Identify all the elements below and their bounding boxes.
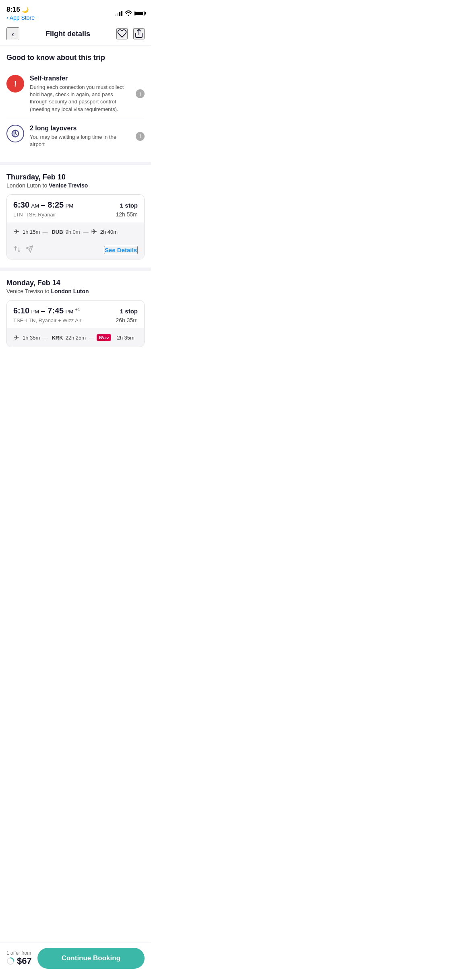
return-to-city: London Luton [51, 288, 89, 294]
return-flight-section: Monday, Feb 14 Venice Treviso to London … [0, 271, 151, 355]
return-depart-time: 6:10 PM – 7:45 PM +1 [13, 306, 80, 315]
content-scroll: Good to know about this trip ! Self-tran… [0, 45, 151, 395]
long-layovers-info-button[interactable]: i [136, 132, 145, 141]
self-transfer-info-button[interactable]: i [136, 89, 145, 98]
good-to-know-title: Good to know about this trip [6, 54, 145, 62]
long-layovers-content: 2 long layovers You may be waiting a lon… [30, 125, 130, 148]
self-transfer-title: Self-transfer [30, 75, 130, 82]
battery-icon [134, 11, 145, 16]
signal-icon [115, 10, 122, 16]
return-leg2: Wizz 2h 35m [97, 334, 134, 341]
return-layover-strip: ✈ 1h 35m — KRK 22h 25m — Wizz 2h 35m [7, 328, 144, 347]
section-divider-1 [0, 162, 151, 165]
outbound-depart-time: 6:30 AM – 8:25 PM [13, 200, 73, 210]
day-offset: +1 [75, 307, 81, 312]
return-layover-duration: 22h 25m [66, 335, 86, 341]
app-store-back[interactable]: ‹ App Store [6, 14, 35, 21]
outbound-layover-duration: 9h 0m [66, 229, 80, 235]
status-time: 8:15 🌙 [6, 6, 35, 14]
heart-icon [117, 29, 127, 39]
time-display: 8:15 [6, 6, 20, 14]
return-flight-card: 6:10 PM – 7:45 PM +1 1 stop TSF–LTN, Rya… [6, 300, 145, 347]
moon-icon: 🌙 [22, 6, 29, 13]
outbound-leg2: ✈ 2h 40m [91, 227, 118, 236]
outbound-card-top: 6:30 AM – 8:25 PM 1 stop LTN–TSF, Ryanai… [7, 195, 144, 222]
self-transfer-icon: ! [6, 75, 24, 93]
share-button[interactable] [133, 28, 145, 39]
return-from-city: Venice Treviso [6, 288, 43, 294]
outbound-airline: LTN–TSF, Ryanair [13, 212, 56, 218]
favorite-button[interactable] [116, 28, 128, 39]
outbound-flight-section: Thursday, Feb 10 London Luton to Venice … [0, 165, 151, 268]
return-stops: 1 stop [120, 308, 138, 315]
see-details-button[interactable]: See Details [104, 246, 138, 254]
clock-svg [11, 129, 20, 138]
self-transfer-desc: During each connection you must collect … [30, 84, 130, 113]
outbound-leg1: ✈ 1h 15m [13, 227, 40, 236]
return-leg2-duration: 2h 35m [117, 335, 134, 341]
outbound-times-row: 6:30 AM – 8:25 PM 1 stop [13, 200, 138, 210]
outbound-meta: LTN–TSF, Ryanair 12h 55m [13, 211, 138, 218]
outbound-from-city: London Luton [6, 182, 41, 189]
return-leg1: ✈ 1h 35m [13, 333, 40, 342]
long-layovers-row: 2 long layovers You may be waiting a lon… [6, 119, 145, 154]
return-airline: TSF–LTN, Ryanair + Wizz Air [13, 317, 81, 323]
long-layovers-icon [6, 125, 24, 142]
return-times-row: 6:10 PM – 7:45 PM +1 1 stop [13, 306, 138, 315]
plane-icon-2: ✈ [91, 227, 97, 236]
return-layover-airport: KRK [52, 335, 63, 341]
page-title: Flight details [46, 30, 90, 38]
return-date: Monday, Feb 14 [6, 279, 145, 287]
wifi-icon [125, 10, 132, 17]
long-layovers-desc: You may be waiting a long time in the ai… [30, 134, 130, 148]
plane-icon-1: ✈ [13, 227, 19, 236]
outbound-leg2-duration: 2h 40m [100, 229, 118, 235]
self-transfer-row: ! Self-transfer During each connection y… [6, 69, 145, 119]
plane-icon-3: ✈ [13, 333, 19, 342]
self-transfer-content: Self-transfer During each connection you… [30, 75, 130, 113]
status-bar: 8:15 🌙 ‹ App Store [0, 0, 151, 23]
outbound-date: Thursday, Feb 10 [6, 173, 145, 181]
return-leg1-duration: 1h 35m [23, 335, 40, 341]
status-right [115, 10, 145, 17]
back-button[interactable]: ‹ [6, 27, 19, 40]
outbound-bottom-icons [13, 245, 33, 255]
outbound-layover-airport: DUB [52, 229, 63, 235]
nav-bar: ‹ Flight details [0, 23, 151, 45]
outbound-leg1-duration: 1h 15m [23, 229, 40, 235]
plane-small-icon [25, 245, 33, 255]
outbound-card-bottom: See Details [7, 241, 144, 259]
good-to-know-section: Good to know about this trip ! Self-tran… [0, 45, 151, 162]
status-left: 8:15 🌙 ‹ App Store [6, 6, 35, 21]
outbound-route: London Luton to Venice Treviso [6, 182, 145, 189]
wizz-air-logo: Wizz [97, 334, 111, 341]
return-card-top: 6:10 PM – 7:45 PM +1 1 stop TSF–LTN, Rya… [7, 301, 144, 328]
return-route: Venice Treviso to London Luton [6, 288, 145, 294]
long-layovers-title: 2 long layovers [30, 125, 130, 132]
outbound-layover-strip: ✈ 1h 15m — DUB 9h 0m — ✈ 2h 40m [7, 222, 144, 241]
back-chevron-small: ‹ [6, 14, 8, 21]
outbound-to-city: Venice Treviso [49, 182, 88, 189]
share-icon [134, 29, 144, 39]
self-transfer-small-icon [13, 245, 21, 255]
return-meta: TSF–LTN, Ryanair + Wizz Air 26h 35m [13, 317, 138, 323]
app-store-label: App Store [10, 14, 35, 21]
return-total-duration: 26h 35m [116, 317, 138, 323]
outbound-total-duration: 12h 55m [116, 211, 138, 218]
nav-actions [116, 28, 145, 39]
section-divider-2 [0, 268, 151, 271]
outbound-stops: 1 stop [120, 202, 138, 209]
outbound-flight-card: 6:30 AM – 8:25 PM 1 stop LTN–TSF, Ryanai… [6, 194, 145, 259]
